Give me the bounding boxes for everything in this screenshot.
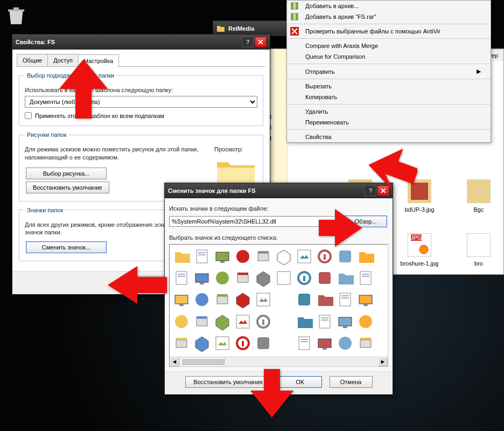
icon-option[interactable] [295, 247, 314, 266]
icon-option[interactable] [274, 290, 293, 309]
icon-option[interactable] [335, 290, 355, 309]
ctx-send-to[interactable]: Отправить▶ [287, 66, 491, 77]
tab-general[interactable]: Общие [17, 54, 48, 66]
icon-option[interactable] [192, 290, 212, 309]
icon-option[interactable] [254, 312, 273, 331]
dialog-title: Свойства: FS [16, 39, 241, 45]
icon-option[interactable] [233, 268, 253, 288]
icon-option[interactable] [335, 333, 355, 353]
icon-option[interactable] [213, 312, 232, 331]
icon-option[interactable] [274, 333, 293, 353]
icon-option[interactable] [192, 247, 212, 266]
restore-default-pic-button[interactable]: Восстановить умолчание [26, 182, 109, 193]
icon-option[interactable] [213, 247, 232, 266]
icon-option[interactable] [356, 333, 375, 353]
icon-dialog-title: Сменить значок для папки FS [168, 187, 363, 194]
icon-option[interactable] [356, 247, 375, 266]
svg-rect-36 [200, 282, 204, 284]
ctx-add-archive-named[interactable]: Добавить в архив "FS.rar" [287, 11, 491, 22]
icon-option[interactable] [295, 312, 314, 331]
help-button[interactable]: ? [242, 37, 254, 47]
svg-rect-63 [197, 316, 207, 318]
icon-option[interactable] [233, 290, 253, 309]
file-item[interactable]: Bgc [457, 178, 500, 213]
icon-option[interactable] [254, 333, 273, 353]
icon-cancel-button[interactable]: Отмена [330, 376, 373, 388]
icon-option[interactable] [315, 268, 334, 288]
change-icon-button[interactable]: Сменить значок... [26, 241, 107, 253]
svg-rect-39 [237, 273, 248, 275]
svg-rect-21 [198, 252, 206, 253]
ctx-araxis-compare[interactable]: Compare with Araxis Merge [287, 40, 491, 51]
choose-picture-button[interactable]: Выбор рисунка... [26, 168, 107, 179]
svg-rect-23 [216, 252, 229, 261]
icon-option[interactable] [192, 333, 212, 353]
icon-option[interactable] [172, 247, 191, 266]
icon-option[interactable] [274, 268, 293, 288]
svg-rect-51 [217, 294, 228, 296]
ctx-add-archive[interactable]: Добавить в архив... [287, 1, 491, 11]
icon-option[interactable] [315, 247, 334, 266]
close-button[interactable]: ✕ [255, 37, 267, 47]
svg-rect-55 [298, 294, 310, 305]
svg-point-25 [236, 250, 249, 263]
ctx-delete[interactable]: Удалить [287, 106, 491, 117]
ctx-cut[interactable]: Вырезать [287, 81, 491, 92]
svg-marker-88 [59, 59, 108, 119]
ctx-rename[interactable]: Переименовать [287, 117, 491, 128]
icon-option[interactable] [254, 247, 273, 266]
svg-rect-78 [242, 341, 244, 346]
group-folder-icons-legend: Значки папок [25, 207, 65, 213]
icon-option[interactable] [315, 312, 334, 331]
svg-point-49 [195, 293, 208, 306]
icon-option[interactable] [213, 333, 232, 353]
icon-option[interactable] [335, 268, 355, 288]
icon-option[interactable] [233, 312, 253, 331]
svg-rect-84 [323, 347, 327, 350]
ctx-antivir[interactable]: Проверить выбранные файлы с помощью Anti… [287, 26, 491, 37]
icon-option[interactable] [356, 290, 375, 309]
svg-rect-79 [257, 337, 269, 349]
icon-option[interactable] [356, 268, 375, 288]
file-item[interactable]: bro [457, 232, 500, 267]
file-item[interactable]: JPG broshure-1.jpg [398, 232, 441, 267]
icon-option[interactable] [295, 333, 314, 353]
svg-rect-20 [197, 250, 207, 263]
icon-option[interactable] [233, 333, 253, 353]
icon-option[interactable] [254, 290, 273, 309]
icon-path-input[interactable] [169, 216, 340, 227]
svg-rect-66 [262, 319, 264, 325]
icon-option[interactable] [172, 268, 191, 288]
icon-option[interactable] [172, 333, 191, 353]
ctx-properties[interactable]: Свойства [287, 131, 491, 142]
icon-option[interactable] [274, 247, 293, 266]
icon-option[interactable] [213, 268, 232, 288]
folder-pic-desc: Для режима эскизов можно поместить рисун… [25, 145, 204, 161]
svg-rect-42 [303, 276, 305, 281]
ctx-araxis-queue[interactable]: Queue for Comparison [287, 51, 491, 62]
icon-option[interactable] [274, 312, 293, 331]
icon-option[interactable] [335, 247, 355, 266]
svg-rect-57 [341, 295, 349, 296]
svg-rect-38 [237, 275, 248, 282]
horizontal-scrollbar[interactable]: ◄ ► [169, 357, 388, 367]
svg-point-61 [175, 315, 188, 328]
icon-option[interactable] [213, 290, 232, 309]
icon-option[interactable] [254, 268, 273, 288]
svg-rect-68 [319, 315, 330, 328]
icon-option[interactable] [172, 290, 191, 309]
icon-option[interactable] [295, 268, 314, 288]
icon-option[interactable] [233, 247, 253, 266]
icon-option[interactable] [172, 312, 191, 331]
recycle-bin-icon[interactable] [5, 5, 27, 27]
svg-rect-22 [198, 254, 206, 255]
icon-option[interactable] [335, 312, 355, 331]
icon-option[interactable] [315, 290, 334, 309]
icon-option[interactable] [315, 333, 334, 353]
ctx-copy[interactable]: Копировать [287, 92, 491, 102]
icon-option[interactable] [295, 290, 314, 309]
icon-option[interactable] [192, 268, 212, 288]
icon-option[interactable] [192, 312, 212, 331]
icon-option[interactable] [356, 312, 375, 331]
icon-grid[interactable] [169, 244, 388, 357]
